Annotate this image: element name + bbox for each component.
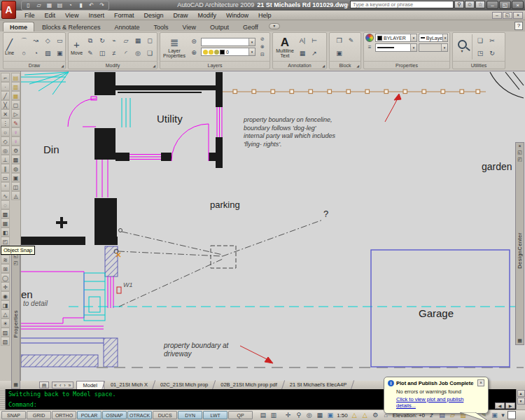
ribbon-tab[interactable]: Annotate (108, 22, 146, 31)
block-editor-icon[interactable]: ✎ (346, 35, 357, 46)
open-icon[interactable]: ▱ (34, 1, 43, 10)
last-tab-arrow[interactable]: » (67, 382, 73, 388)
palette-settings-icon[interactable]: ◰ (13, 260, 18, 267)
snap-node-icon[interactable]: ° (1, 182, 10, 191)
snap-extension-icon[interactable]: ⋮ (1, 118, 10, 127)
pan-icon[interactable]: ✛ (1, 282, 10, 291)
snap-endpoint-icon[interactable]: ╱ (1, 91, 10, 100)
paste-icon[interactable]: ❏ (475, 35, 486, 46)
snap-perpendicular-icon[interactable]: ⊥ (1, 155, 10, 164)
erase-icon[interactable]: ✎ (85, 48, 96, 59)
status-toggle[interactable]: ORTHO (52, 411, 76, 419)
hatch-icon[interactable]: ▨ (42, 48, 53, 59)
layout-space-icon[interactable]: ▥ (268, 411, 279, 420)
communication-center-icon[interactable]: ☺ (465, 1, 475, 8)
first-tab-arrow[interactable]: « (52, 382, 58, 388)
command-prompt[interactable]: Command: (8, 401, 37, 408)
text-style-icon[interactable]: A| (297, 35, 308, 46)
trim-icon[interactable]: ⌁ (108, 35, 120, 46)
update-icon[interactable]: ◬ (11, 191, 20, 200)
extend-icon[interactable]: ≠ (108, 48, 120, 59)
explode-icon[interactable]: ❏ (144, 48, 155, 59)
status-toggle[interactable]: GRID (27, 411, 51, 419)
palette-autohide-icon[interactable]: ◱ (517, 149, 522, 156)
snap-center-icon[interactable]: ○ (1, 127, 10, 136)
match-properties-icon[interactable]: ▮ (76, 1, 85, 10)
table-icon[interactable]: ▦ (1, 218, 10, 227)
ribbon-tab[interactable]: Tools (148, 22, 175, 31)
linetype-icon[interactable]: ≡ (365, 43, 374, 52)
annotation-lock-icon[interactable]: ▣ (325, 411, 335, 420)
block-launcher-icon[interactable]: ◢ (356, 64, 359, 68)
snap-settings-icon[interactable]: ▩ (1, 209, 10, 218)
doc-minimize-button[interactable]: – (492, 12, 502, 19)
menu-item[interactable]: File (20, 12, 40, 19)
scroll-left-icon[interactable]: ◀ (495, 402, 505, 409)
status-toggle[interactable]: LWT (203, 411, 227, 419)
command-hscroll[interactable]: ◀ ▶ (495, 402, 515, 409)
layout-tab[interactable]: 02C_21St Mich prop (154, 381, 214, 389)
ribbon-tab[interactable]: Output (204, 22, 235, 31)
layer-freeze-icon[interactable]: ⊘ (257, 36, 268, 43)
snap-tangent-icon[interactable]: ◎ (1, 146, 10, 155)
arc-icon[interactable]: ⌒ (18, 35, 29, 46)
undo-icon[interactable]: ↶ (87, 1, 96, 10)
command-scrollbar[interactable]: ▲ ▼ (516, 389, 525, 410)
snap-tracking-icon[interactable]: ⌐ (1, 73, 10, 82)
camera-icon[interactable]: ◨ (1, 300, 10, 309)
snap-intersection-icon[interactable]: ✕ (1, 109, 10, 118)
designcenter-palette-tab[interactable]: DesignCenter (517, 232, 523, 269)
menu-item[interactable]: View (60, 12, 83, 19)
region-icon[interactable]: ▣ (54, 48, 65, 59)
favorites-icon[interactable]: ☆ (475, 1, 485, 8)
snap-insert-icon[interactable]: ▭ (1, 173, 10, 182)
ribbon-tab[interactable]: Home (3, 22, 34, 31)
leader-icon[interactable]: ↗ (309, 48, 320, 59)
layer-unlock-icon[interactable]: ♀ (11, 136, 20, 146)
doc-close-button[interactable]: × (513, 12, 523, 19)
qdim-icon[interactable]: ◫ (11, 182, 20, 191)
ellipse-icon[interactable]: ◔ (30, 48, 41, 59)
print-icon[interactable]: ▤ (55, 1, 64, 10)
layer-isolate-icon[interactable]: ▢ (11, 100, 20, 109)
draw-order-icon[interactable]: ◧ (1, 227, 10, 237)
table-icon[interactable]: ▦ (297, 48, 308, 59)
status-toggle[interactable]: OTRACK (127, 411, 152, 419)
layer-isolate-icon[interactable]: ⊜ (188, 36, 200, 47)
dropdown-arrow-icon[interactable]: ▾ (410, 34, 416, 41)
new-icon[interactable]: ▯ (24, 1, 33, 10)
scroll-down-icon[interactable]: ▼ (517, 398, 525, 405)
annotation-launcher-icon[interactable]: ◢ (322, 64, 325, 68)
status-toggle[interactable]: POLAR (77, 411, 102, 419)
materials-icon[interactable]: ▨ (1, 328, 10, 337)
status-toggle[interactable]: SNAP (1, 411, 26, 419)
rotate-icon[interactable]: ↻ (97, 35, 108, 46)
command-window-grip[interactable] (0, 389, 6, 410)
modify-launcher-icon[interactable]: ◢ (153, 64, 155, 68)
status-toggle[interactable]: OSNAP (102, 411, 127, 419)
layer-filter-dropdown[interactable]: ▾ (201, 38, 255, 46)
snap-quadrant-icon[interactable]: ◇ (1, 136, 10, 146)
region-icon[interactable]: ◰ (1, 237, 10, 246)
annotation-scale[interactable]: 1:50 (335, 412, 349, 419)
snap-midpoint-icon[interactable]: ╳ (1, 100, 10, 109)
menu-item[interactable]: Insert (83, 12, 109, 19)
layer-lock-icon[interactable]: ♀ (11, 127, 20, 136)
layout-tab[interactable]: 01_21St Mich X (104, 381, 154, 389)
menu-item[interactable]: Format (109, 12, 139, 19)
dimension-icon[interactable]: ⊢ (309, 35, 320, 46)
walk-icon[interactable]: △ (1, 309, 10, 318)
restore-button[interactable]: ◱ (499, 1, 511, 9)
dropdown-arrow-icon[interactable]: ▾ (248, 38, 255, 46)
layout-tab[interactable]: 02B_21St Mich prop pdf (214, 381, 283, 389)
status-toggle[interactable]: DUCS (153, 411, 177, 419)
divide-icon[interactable]: ≋ (1, 255, 10, 264)
notification-close-button[interactable]: × (477, 379, 484, 386)
offset-icon[interactable]: ◎ (132, 48, 144, 59)
layer-freeze-icon[interactable]: ✎ (11, 118, 20, 127)
layer-previous-icon[interactable]: ▦ (11, 91, 20, 100)
doc-restore-button[interactable]: ◱ (503, 12, 512, 19)
circle-icon[interactable]: ○ (18, 48, 29, 59)
status-toggle[interactable]: QP (228, 411, 253, 419)
lineweight-dropdown[interactable]: ByLaye ▾ (419, 34, 448, 42)
